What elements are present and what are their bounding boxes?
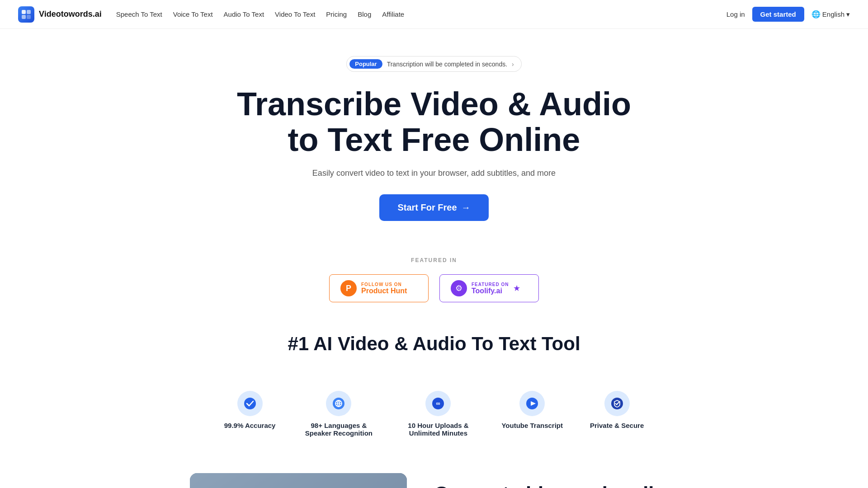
svg-rect-14: [190, 473, 407, 488]
toolify-featured-label: FEATURED ON: [472, 282, 509, 287]
accuracy-label: 99.9% Accuracy: [224, 422, 276, 429]
chevron-right-icon: ›: [512, 61, 514, 68]
featured-label: FEATURED IN: [9, 257, 859, 263]
nav-speech-to-text[interactable]: Speech To Text: [116, 10, 162, 18]
toolify-badge[interactable]: ⚙ FEATURED ON Toolify.ai ★: [439, 274, 539, 302]
languages-icon-circle: [326, 391, 351, 416]
navbar-right: Log in Get started 🌐 English ▾: [726, 7, 850, 22]
nav-blog[interactable]: Blog: [358, 10, 371, 18]
featured-section: FEATURED IN P FOLLOW US ON Product Hunt …: [0, 239, 868, 311]
nav-affiliate[interactable]: Affiliate: [382, 10, 404, 18]
start-free-label: Start For Free: [397, 202, 457, 213]
toolify-star-icon: ★: [513, 283, 520, 293]
accuracy-icon-circle: [237, 391, 263, 416]
start-for-free-button[interactable]: Start For Free →: [379, 194, 488, 221]
hero-subtitle: Easily convert video to text in your bro…: [9, 169, 859, 178]
ph-name-label: Product Hunt: [361, 287, 407, 295]
announcement-bar[interactable]: Popular Transcription will be completed …: [346, 56, 521, 72]
feature-accuracy: 99.9% Accuracy: [224, 391, 276, 437]
language-label: English: [822, 10, 844, 18]
private-icon-circle: [604, 391, 630, 416]
announcement-text: Transcription will be completed in secon…: [387, 61, 507, 68]
nav-links: Speech To Text Voice To Text Audio To Te…: [116, 10, 404, 18]
feature-languages: 98+ Languages & Speaker Recognition: [302, 391, 375, 437]
svg-text:∞: ∞: [436, 400, 440, 407]
svg-rect-0: [22, 10, 26, 14]
ai-tool-section: #1 AI Video & Audio To Text Tool: [0, 311, 868, 391]
private-label: Private & Secure: [590, 422, 644, 429]
feature-uploads: ∞ 10 Hour Uploads & Unlimited Minutes: [402, 391, 474, 437]
toolify-icon: ⚙: [451, 280, 467, 296]
lower-text: Convert video and audio to text in secon…: [434, 473, 678, 488]
product-hunt-icon: P: [340, 280, 357, 296]
feature-youtube: Youtube Transcript: [501, 391, 563, 437]
logo-icon: [18, 6, 34, 23]
lower-section: Convert video and audio to text in secon…: [163, 455, 705, 488]
logo-text: Videotowords.ai: [39, 9, 102, 19]
toolify-text: FEATURED ON Toolify.ai: [472, 282, 509, 295]
hero-title: Transcribe Video & Audio to Text Free On…: [231, 86, 637, 158]
lower-image: [190, 473, 407, 488]
nav-video-to-text[interactable]: Video To Text: [275, 10, 315, 18]
language-selector[interactable]: 🌐 English ▾: [811, 10, 850, 19]
chevron-down-icon: ▾: [846, 10, 850, 19]
ph-follow-label: FOLLOW US ON: [361, 282, 407, 287]
nav-audio-to-text[interactable]: Audio To Text: [224, 10, 264, 18]
svg-rect-2: [22, 15, 26, 19]
login-button[interactable]: Log in: [726, 10, 745, 18]
feature-private: Private & Secure: [590, 391, 644, 437]
product-hunt-text: FOLLOW US ON Product Hunt: [361, 282, 407, 295]
product-hunt-badge[interactable]: P FOLLOW US ON Product Hunt: [329, 274, 429, 302]
arrow-right-icon: →: [462, 202, 471, 213]
get-started-button[interactable]: Get started: [752, 7, 804, 22]
logo[interactable]: Videotowords.ai: [18, 6, 102, 23]
svg-rect-1: [27, 10, 31, 14]
svg-point-4: [244, 398, 256, 409]
youtube-icon-circle: [519, 391, 545, 416]
ai-tool-title: #1 AI Video & Audio To Text Tool: [9, 333, 859, 355]
image-placeholder: [190, 473, 407, 488]
features-row: 99.9% Accuracy 98+ Languages & Speaker R…: [0, 391, 868, 455]
nav-voice-to-text[interactable]: Voice To Text: [173, 10, 213, 18]
toolify-name-label: Toolify.ai: [472, 287, 509, 295]
hero-section: Popular Transcription will be completed …: [0, 29, 868, 239]
featured-badges: P FOLLOW US ON Product Hunt ⚙ FEATURED O…: [9, 274, 859, 302]
popular-badge: Popular: [349, 59, 382, 69]
svg-rect-3: [27, 15, 31, 19]
languages-label: 98+ Languages & Speaker Recognition: [302, 422, 375, 437]
navbar-left: Videotowords.ai Speech To Text Voice To …: [18, 6, 404, 23]
globe-icon: 🌐: [811, 10, 821, 19]
uploads-label: 10 Hour Uploads & Unlimited Minutes: [402, 422, 474, 437]
nav-pricing[interactable]: Pricing: [326, 10, 347, 18]
navbar: Videotowords.ai Speech To Text Voice To …: [0, 0, 868, 29]
lower-title: Convert video and audio to text in secon…: [434, 482, 678, 488]
youtube-label: Youtube Transcript: [501, 422, 563, 429]
uploads-icon-circle: ∞: [425, 391, 451, 416]
